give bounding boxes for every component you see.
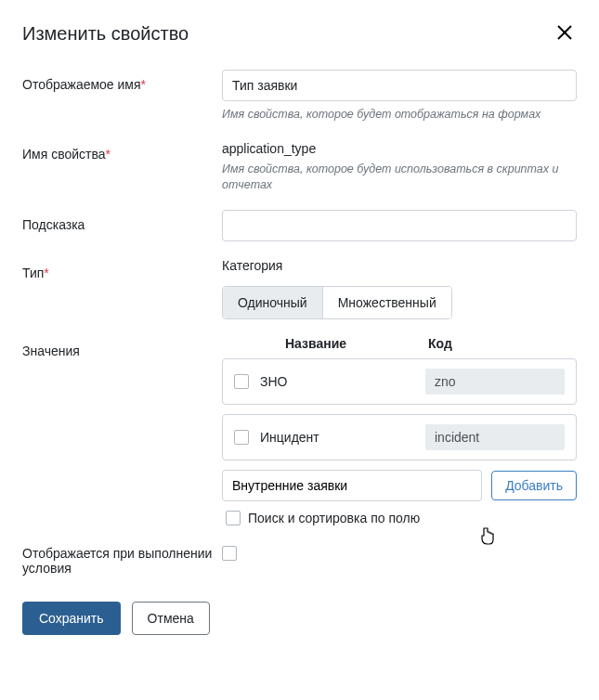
value-code[interactable]: zno	[425, 369, 565, 395]
values-header-code: Код	[419, 336, 577, 351]
search-sort-checkbox[interactable]	[226, 511, 241, 525]
value-checkbox[interactable]	[234, 374, 249, 389]
prop-name-hint: Имя свойства, которое будет использовать…	[222, 162, 577, 193]
values-label: Значения	[22, 336, 222, 529]
condition-label: Отображается при выполнении условия	[22, 546, 222, 576]
prop-name-label: Имя свойства*	[22, 139, 222, 193]
toggle-multiple[interactable]: Множественный	[323, 287, 451, 318]
display-name-label: Отображаемое имя*	[22, 70, 222, 123]
dialog-title: Изменить свойство	[22, 23, 189, 45]
value-name: ЗНО	[260, 374, 414, 389]
add-value-button[interactable]: Добавить	[491, 471, 577, 500]
multiplicity-toggle: Одиночный Множественный	[222, 286, 452, 319]
close-icon	[556, 24, 573, 41]
close-button[interactable]	[553, 20, 577, 47]
type-name: Категория	[222, 258, 577, 273]
values-header-name: Название	[261, 336, 419, 351]
save-button[interactable]: Сохранить	[22, 602, 121, 635]
type-label: Тип*	[22, 258, 222, 319]
value-row: ЗНО zno	[222, 358, 577, 405]
prop-name-value: application_type	[222, 139, 577, 156]
display-name-hint: Имя свойства, которое будет отображаться…	[222, 107, 577, 123]
search-sort-label: Поиск и сортировка по полю	[248, 511, 420, 525]
new-value-input[interactable]	[222, 470, 482, 501]
value-row: Инцидент incident	[222, 414, 577, 460]
display-name-input[interactable]	[222, 70, 577, 101]
value-checkbox[interactable]	[234, 430, 249, 445]
hint-label: Подсказка	[22, 210, 222, 241]
hint-input[interactable]	[222, 210, 577, 241]
toggle-single[interactable]: Одиночный	[223, 287, 323, 318]
condition-checkbox[interactable]	[222, 546, 237, 561]
value-name: Инцидент	[260, 430, 414, 445]
value-code[interactable]: incident	[425, 424, 565, 450]
cancel-button[interactable]: Отмена	[132, 602, 210, 635]
